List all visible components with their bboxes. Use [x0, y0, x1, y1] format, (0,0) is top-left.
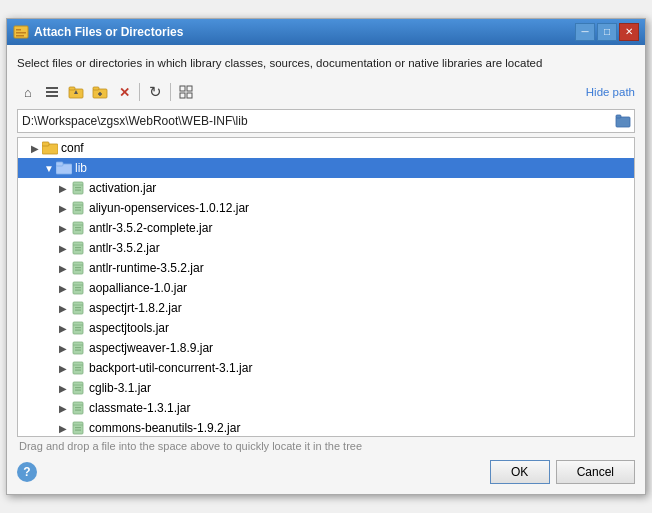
- home-icon[interactable]: ⌂: [17, 81, 39, 103]
- tree-item-label-11: classmate-1.3.1.jar: [89, 401, 190, 415]
- tree-item-aliyun[interactable]: ▶ aliyun-openservices-1.0.12.jar: [18, 198, 634, 218]
- svg-rect-35: [75, 230, 81, 231]
- chevron-right-icon-11: ▶: [56, 403, 70, 414]
- file-tree[interactable]: ▶ conf ▼ lib: [17, 137, 635, 437]
- svg-rect-5: [46, 91, 58, 93]
- tree-item-antlr-complete[interactable]: ▶ antlr-3.5.2-complete.jar: [18, 218, 634, 238]
- window-title: Attach Files or Directories: [34, 25, 183, 39]
- folder-icon: [42, 140, 58, 156]
- jar-icon-6: [70, 300, 86, 316]
- jar-icon-8: [70, 340, 86, 356]
- description-text: Select files or directories in which lib…: [17, 55, 635, 71]
- maximize-button[interactable]: □: [597, 23, 617, 41]
- tree-item-antlr-352[interactable]: ▶ antlr-3.5.2.jar: [18, 238, 634, 258]
- svg-rect-14: [180, 86, 185, 91]
- chevron-right-icon-7: ▶: [56, 323, 70, 334]
- title-bar: Attach Files or Directories ─ □ ✕: [7, 19, 645, 45]
- chevron-right-icon-5: ▶: [56, 283, 70, 294]
- tree-item-cglib[interactable]: ▶ cglib-3.1.jar: [18, 378, 634, 398]
- tree-item-label-9: backport-util-concurrent-3.1.jar: [89, 361, 252, 375]
- chevron-right-icon-0: ▶: [56, 183, 70, 194]
- title-bar-left: Attach Files or Directories: [13, 24, 183, 40]
- svg-rect-58: [75, 347, 81, 348]
- cancel-button[interactable]: Cancel: [556, 460, 635, 484]
- path-browse-icon[interactable]: [612, 110, 634, 132]
- jar-icon-11: [70, 400, 86, 416]
- tree-item-activation[interactable]: ▶ activation.jar: [18, 178, 634, 198]
- list-svg: [45, 85, 59, 99]
- new-folder-svg: [92, 84, 108, 100]
- tree-item-commons-beanutils-192[interactable]: ▶ commons-beanutils-1.9.2.jar: [18, 418, 634, 437]
- chevron-right-icon-1: ▶: [56, 203, 70, 214]
- tree-item-label-8: aspectjweaver-1.8.9.jar: [89, 341, 213, 355]
- chevron-down-icon: ▼: [42, 163, 56, 174]
- help-button[interactable]: ?: [17, 462, 37, 482]
- chevron-right-icon-4: ▶: [56, 263, 70, 274]
- ok-button[interactable]: OK: [490, 460, 550, 484]
- svg-rect-62: [75, 367, 81, 368]
- svg-rect-47: [75, 290, 81, 291]
- svg-rect-1: [16, 29, 21, 31]
- tree-item-conf-label: conf: [61, 141, 84, 155]
- chevron-right-icon-8: ▶: [56, 343, 70, 354]
- jar-icon-9: [70, 360, 86, 376]
- tree-item-label-6: aspectjrt-1.8.2.jar: [89, 301, 182, 315]
- path-input[interactable]: [18, 114, 612, 128]
- jar-icon-7: [70, 320, 86, 336]
- tree-item-lib[interactable]: ▼ lib: [18, 158, 634, 178]
- new-folder-icon[interactable]: [89, 81, 111, 103]
- chevron-right-icon-12: ▶: [56, 423, 70, 434]
- jar-icon-4: [70, 260, 86, 276]
- window-icon: [13, 24, 29, 40]
- tree-item-label-0: activation.jar: [89, 181, 156, 195]
- jar-icon-5: [70, 280, 86, 296]
- svg-rect-26: [75, 187, 81, 188]
- folder-icon-lib: [56, 160, 72, 176]
- tree-item-label-1: aliyun-openservices-1.0.12.jar: [89, 201, 249, 215]
- svg-rect-54: [75, 327, 81, 328]
- tree-item-label-12: commons-beanutils-1.9.2.jar: [89, 421, 240, 435]
- close-button[interactable]: ✕: [619, 23, 639, 41]
- tree-item-label-10: cglib-3.1.jar: [89, 381, 151, 395]
- tree-item-aspectjrt[interactable]: ▶ aspectjrt-1.8.2.jar: [18, 298, 634, 318]
- tree-item-label-4: antlr-runtime-3.5.2.jar: [89, 261, 204, 275]
- svg-rect-18: [616, 117, 630, 127]
- tree-item-antlr-runtime[interactable]: ▶ antlr-runtime-3.5.2.jar: [18, 258, 634, 278]
- jar-icon-3: [70, 240, 86, 256]
- main-window: Attach Files or Directories ─ □ ✕ Select…: [6, 18, 646, 495]
- tree-item-aopalliance[interactable]: ▶ aopalliance-1.0.jar: [18, 278, 634, 298]
- window-body: Select files or directories in which lib…: [7, 45, 645, 494]
- tree-item-label-7: aspectjtools.jar: [89, 321, 169, 335]
- jar-icon-1: [70, 200, 86, 216]
- grid-icon[interactable]: [175, 81, 197, 103]
- svg-rect-59: [75, 350, 81, 351]
- toolbar-separator-2: [170, 83, 171, 101]
- svg-rect-34: [75, 227, 81, 228]
- refresh-icon[interactable]: ↻: [144, 81, 166, 103]
- svg-rect-8: [69, 87, 75, 90]
- hide-path-link[interactable]: Hide path: [586, 86, 635, 98]
- svg-rect-71: [75, 410, 81, 411]
- title-controls: ─ □ ✕: [575, 23, 639, 41]
- tree-item-backport[interactable]: ▶ backport-util-concurrent-3.1.jar: [18, 358, 634, 378]
- svg-rect-6: [46, 95, 58, 97]
- svg-rect-4: [46, 87, 58, 89]
- list-icon[interactable]: [41, 81, 63, 103]
- svg-rect-38: [75, 247, 81, 248]
- chevron-right-icon-3: ▶: [56, 243, 70, 254]
- tree-item-classmate[interactable]: ▶ classmate-1.3.1.jar: [18, 398, 634, 418]
- svg-rect-17: [187, 93, 192, 98]
- tree-item-aspectjtools[interactable]: ▶ aspectjtools.jar: [18, 318, 634, 338]
- tree-item-conf[interactable]: ▶ conf: [18, 138, 634, 158]
- tree-item-aspectjweaver[interactable]: ▶ aspectjweaver-1.8.9.jar: [18, 338, 634, 358]
- delete-icon[interactable]: ✕: [113, 81, 135, 103]
- toolbar-icons: ⌂: [17, 81, 197, 103]
- minimize-button[interactable]: ─: [575, 23, 595, 41]
- svg-rect-21: [42, 142, 49, 146]
- drag-hint: Drag and drop a file into the space abov…: [17, 440, 635, 452]
- folder-up-icon[interactable]: [65, 81, 87, 103]
- path-bar: [17, 109, 635, 133]
- svg-rect-16: [180, 93, 185, 98]
- svg-rect-67: [75, 390, 81, 391]
- folder-up-svg: [68, 84, 84, 100]
